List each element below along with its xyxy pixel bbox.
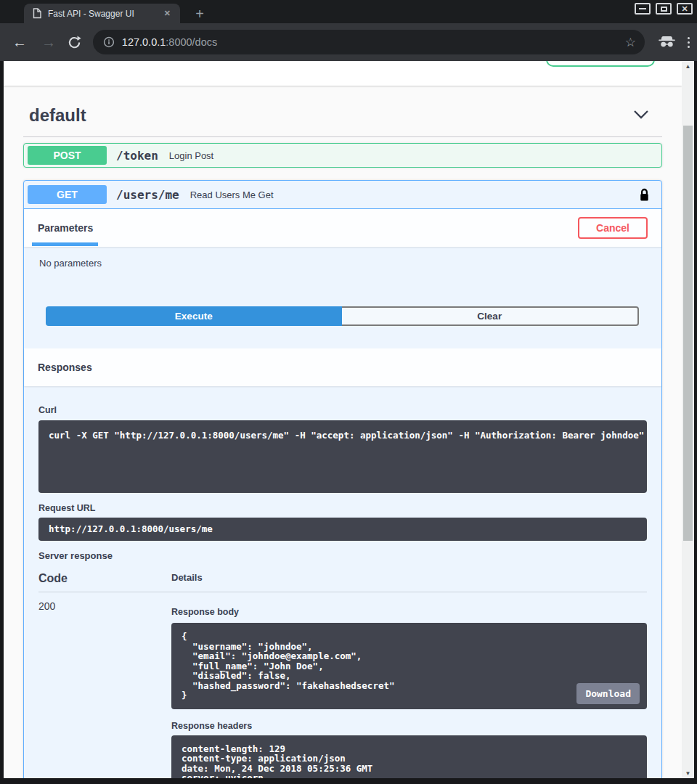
method-badge-get: GET [28, 185, 107, 204]
clear-button[interactable]: Clear [342, 306, 640, 326]
details-column-header: Details [171, 572, 647, 585]
opblock-post-token[interactable]: POST /token Login Post [23, 143, 662, 168]
responses-header: Responses [24, 348, 661, 386]
page-viewport: default POST /token Login Post GET /user… [4, 61, 694, 778]
response-headers-label: Response headers [171, 721, 647, 731]
response-headers-value: content-length: 129 content-type: applic… [171, 735, 647, 779]
bookmark-star-icon[interactable]: ☆ [625, 35, 636, 50]
url-text[interactable]: 127.0.0.1:8000/docs [122, 36, 625, 48]
cancel-button[interactable]: Cancel [578, 217, 648, 239]
scrollbar-up-arrow[interactable]: ▲ [682, 61, 694, 71]
scheme-container [4, 61, 682, 86]
response-body-json[interactable]: { "username": "johndoe", "email": "johnd… [171, 623, 647, 709]
request-url-label: Request URL [38, 503, 647, 513]
download-button[interactable]: Download [576, 683, 640, 704]
table-row: 200 Response body { "username": "johndoe… [38, 592, 647, 778]
response-details-cell: Response body { "username": "johndoe", "… [171, 600, 647, 778]
no-parameters-text: No parameters [39, 258, 661, 269]
status-code: 200 [38, 600, 171, 778]
browser-tab[interactable]: Fast API - Swagger UI ✕ [24, 4, 180, 23]
authorize-button-partial[interactable] [546, 61, 655, 67]
window-maximize-button[interactable] [656, 3, 672, 15]
op-path: /token [116, 149, 158, 163]
opblock-summary[interactable]: GET /users/me Read Users Me Get [24, 181, 661, 209]
incognito-icon [658, 34, 676, 51]
request-url-value: http://127.0.0.1:8000/users/me [38, 518, 647, 541]
op-summary: Login Post [169, 150, 213, 161]
new-tab-button[interactable]: + [190, 4, 209, 23]
address-bar[interactable]: 127.0.0.1:8000/docs ☆ [93, 30, 645, 54]
response-body-text: { "username": "johndoe", "email": "johnd… [182, 631, 395, 701]
opblock-get-users-me: GET /users/me Read Users Me Get Paramete… [23, 180, 662, 778]
reload-button[interactable] [65, 36, 84, 49]
execute-button[interactable]: Execute [46, 306, 342, 326]
responses-body: Curl curl -X GET "http://127.0.0.1:8000/… [24, 386, 661, 778]
api-section-header[interactable]: default [23, 105, 662, 137]
scrollbar-thumb[interactable] [683, 126, 693, 541]
chevron-down-icon[interactable] [633, 109, 649, 122]
section-title: default [23, 105, 86, 126]
swagger-content: default POST /token Login Post GET /user… [4, 105, 682, 778]
page-scrollbar[interactable]: ▲ ▼ [682, 61, 694, 778]
url-host: 127.0.0.1 [122, 36, 166, 48]
response-body-label: Response body [171, 607, 647, 617]
lock-icon[interactable] [639, 187, 650, 203]
tab-parameters[interactable]: Parameters [38, 222, 93, 234]
curl-command[interactable]: curl -X GET "http://127.0.0.1:8000/users… [38, 420, 647, 493]
browser-menu-icon[interactable] [688, 37, 690, 48]
code-column-header: Code [38, 572, 171, 585]
curl-label: Curl [38, 405, 647, 415]
tab-close-icon[interactable]: ✕ [160, 7, 174, 20]
page-document-icon [33, 8, 41, 19]
browser-titlebar: Fast API - Swagger UI ✕ + ✕ [0, 0, 697, 23]
responses-title: Responses [38, 362, 92, 373]
parameters-body: No parameters Execute Clear [24, 247, 661, 348]
url-path: :8000/docs [166, 36, 217, 48]
browser-toolbar: ← → 127.0.0.1:8000/docs ☆ [0, 23, 697, 61]
scrollbar-down-arrow[interactable]: ▼ [682, 768, 694, 778]
server-response-label: Server response [38, 550, 647, 561]
back-button[interactable]: ← [10, 35, 29, 49]
site-info-icon[interactable] [103, 36, 115, 48]
window-minimize-button[interactable] [635, 3, 651, 15]
parameters-header: Parameters Cancel [24, 209, 661, 247]
op-path: /users/me [116, 188, 179, 202]
method-badge-post: POST [28, 146, 107, 165]
opblock-summary[interactable]: POST /token Login Post [24, 144, 661, 167]
op-summary: Read Users Me Get [190, 189, 274, 200]
forward-button: → [39, 35, 58, 49]
tab-title: Fast API - Swagger UI [48, 9, 160, 19]
server-response-table: Code Details 200 Response body { "userna… [38, 572, 647, 778]
window-close-button[interactable]: ✕ [677, 3, 693, 15]
